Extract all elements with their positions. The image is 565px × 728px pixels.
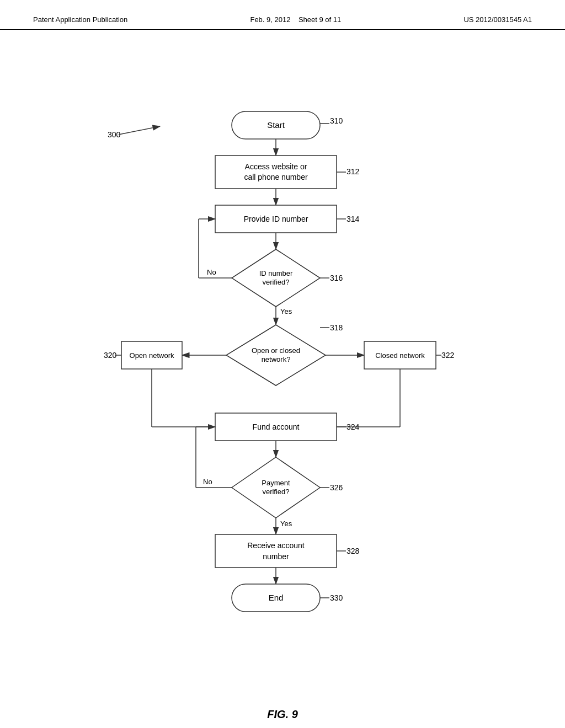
closed-network-label: Closed network (375, 351, 425, 360)
header-right: US 2012/0031545 A1 (463, 15, 532, 24)
header-center: Feb. 9, 2012 Sheet 9 of 11 (250, 15, 341, 24)
header: Patent Application Publication Feb. 9, 2… (0, 0, 565, 30)
header-left: Patent Application Publication (33, 15, 127, 24)
fund-account-label: Fund account (253, 422, 300, 431)
id-verified-label-2: verified? (262, 278, 289, 286)
ref-300-arrow (119, 126, 160, 135)
ref-314: 314 (347, 215, 360, 223)
open-closed-label-1: Open or closed (252, 346, 300, 355)
payment-verified-label-1: Payment (262, 479, 290, 487)
yes-payment-label: Yes (280, 520, 292, 528)
ref-326: 326 (330, 483, 343, 492)
access-label-2: call phone number (244, 173, 308, 181)
receive-account-node (215, 534, 337, 568)
payment-verified-label-2: verified? (262, 488, 289, 496)
no-payment-label: No (203, 478, 212, 486)
diagram-area: 300 Start 310 Access website or call pho… (0, 30, 565, 703)
start-label: Start (267, 120, 285, 130)
open-network-label: Open network (130, 351, 174, 360)
id-verified-label-1: ID number (259, 269, 293, 277)
open-closed-label-2: network? (262, 355, 291, 363)
ref-318: 318 (330, 323, 343, 332)
ref-330: 330 (330, 593, 343, 602)
ref-324: 324 (347, 422, 360, 431)
no-id-label: No (207, 268, 216, 276)
end-label: End (269, 593, 284, 602)
access-label-1: Access website or (245, 162, 307, 171)
ref-316: 316 (330, 274, 343, 282)
figure-caption: FIG. 9 (0, 703, 565, 728)
yes-id-label: Yes (280, 307, 292, 315)
access-node (215, 156, 337, 189)
provide-id-label: Provide ID number (244, 215, 308, 223)
ref-322: 322 (441, 351, 455, 360)
receive-account-label-2: number (263, 552, 289, 561)
ref-310: 310 (330, 116, 343, 125)
ref-328: 328 (347, 547, 360, 555)
ref-312: 312 (347, 167, 360, 176)
receive-account-label-1: Receive account (247, 541, 305, 550)
